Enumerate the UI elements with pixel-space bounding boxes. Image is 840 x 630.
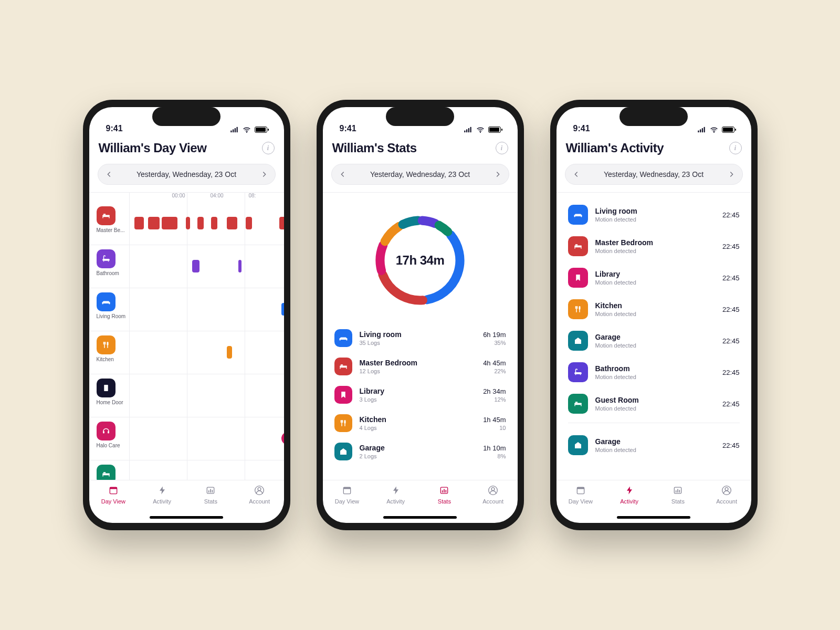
donut-center-value: 17h 34m bbox=[396, 253, 445, 268]
timeline-event[interactable] bbox=[279, 217, 284, 229]
home-indicator[interactable] bbox=[617, 516, 690, 519]
info-icon[interactable]: i bbox=[729, 142, 742, 154]
activity-event-type: Motion detected bbox=[595, 248, 715, 254]
timeline-event[interactable] bbox=[186, 217, 190, 229]
status-time: 9:41 bbox=[340, 124, 356, 133]
page-title: William's Day View bbox=[99, 141, 207, 155]
chevron-right-icon[interactable] bbox=[726, 169, 737, 180]
activity-room-name: Guest Room bbox=[595, 396, 715, 404]
bolt-icon bbox=[390, 485, 402, 496]
activity-event-type: Motion detected bbox=[595, 447, 715, 453]
timeline-event[interactable] bbox=[281, 432, 284, 445]
timeline-event[interactable] bbox=[246, 217, 252, 229]
stats-row[interactable]: Library3 Logs 2h 34m12% bbox=[334, 381, 506, 409]
chevron-right-icon[interactable] bbox=[258, 169, 270, 180]
tab-account[interactable]: Account bbox=[702, 485, 751, 523]
bolt-icon bbox=[156, 485, 168, 496]
activity-room-name: Garage bbox=[595, 333, 715, 341]
calendar-icon bbox=[575, 485, 586, 496]
status-time: 9:41 bbox=[106, 124, 123, 133]
time-tick: 08: bbox=[246, 193, 284, 201]
timeline-event[interactable] bbox=[238, 260, 242, 272]
activity-row[interactable]: LibraryMotion detected 22:45 bbox=[568, 262, 740, 293]
tab-account[interactable]: Account bbox=[469, 485, 518, 523]
stats-duration: 4h 45m bbox=[483, 359, 506, 367]
chart-icon bbox=[672, 485, 684, 496]
timeline-event[interactable] bbox=[227, 346, 232, 359]
date-selector[interactable]: Yesterday, Wednesday, 23 Oct bbox=[331, 164, 509, 185]
activity-time: 22:45 bbox=[722, 369, 740, 376]
bath-icon bbox=[568, 362, 588, 382]
stats-row[interactable]: Master Bedroom12 Logs 4h 45m22% bbox=[334, 352, 506, 381]
timeline-event[interactable] bbox=[227, 217, 237, 229]
timeline-row: Living Room bbox=[89, 288, 284, 331]
activity-room-name: Kitchen bbox=[595, 301, 715, 310]
chart-icon bbox=[438, 485, 450, 496]
stats-duration: 6h 19m bbox=[483, 331, 506, 339]
timeline-event[interactable] bbox=[281, 303, 284, 316]
chevron-left-icon[interactable] bbox=[337, 169, 349, 180]
chevron-left-icon[interactable] bbox=[103, 169, 115, 180]
activity-event-type: Motion detected bbox=[595, 216, 715, 223]
wifi-icon bbox=[242, 126, 251, 133]
battery-icon bbox=[488, 127, 501, 133]
sofa-icon bbox=[334, 329, 352, 347]
stats-percent: 12% bbox=[483, 396, 506, 403]
timeline-event[interactable] bbox=[134, 217, 144, 229]
stats-duration: 2h 34m bbox=[483, 387, 506, 395]
stats-percent: 10 bbox=[483, 425, 506, 431]
timeline-event[interactable] bbox=[197, 217, 204, 229]
wifi-icon bbox=[476, 126, 485, 133]
info-icon[interactable]: i bbox=[496, 142, 508, 154]
home-indicator[interactable] bbox=[150, 516, 223, 519]
activity-row[interactable]: BathroomMotion detected 22:45 bbox=[568, 356, 740, 388]
stats-duration: 1h 45m bbox=[483, 416, 506, 424]
stats-row[interactable]: Kitchen4 Logs 1h 45m10 bbox=[334, 409, 506, 437]
stats-room-name: Garage bbox=[360, 444, 476, 452]
room-label: Home Door bbox=[97, 400, 123, 405]
calendar-icon bbox=[108, 485, 119, 496]
activity-event-type: Motion detected bbox=[595, 405, 715, 412]
timeline-event[interactable] bbox=[162, 217, 177, 229]
activity-row[interactable]: GarageMotion detected 22:45 bbox=[568, 429, 740, 461]
tab-day-view[interactable]: Day View bbox=[556, 485, 605, 523]
timeline-event[interactable] bbox=[211, 217, 217, 229]
stats-percent: 35% bbox=[483, 340, 506, 346]
stats-room-name: Living room bbox=[360, 330, 476, 339]
phone-day-view: 9:41 William's Day View i Yesterday, Wed… bbox=[83, 100, 290, 530]
stats-row[interactable]: Living room35 Logs 6h 19m35% bbox=[334, 324, 506, 352]
tab-day-view[interactable]: Day View bbox=[89, 485, 138, 523]
activity-row[interactable]: KitchenMotion detected 22:45 bbox=[568, 293, 740, 325]
stats-room-name: Kitchen bbox=[360, 415, 476, 424]
chevron-left-icon[interactable] bbox=[571, 169, 582, 180]
room-label: Bathroom bbox=[97, 270, 119, 276]
bed-icon bbox=[97, 206, 116, 225]
time-tick: 04:00 bbox=[207, 193, 246, 201]
chart-icon bbox=[205, 485, 216, 496]
timeline[interactable]: Master Be... 00:0004:0008: Bathroom Livi… bbox=[89, 193, 284, 480]
activity-row[interactable]: Living roomMotion detected 22:45 bbox=[568, 199, 740, 230]
activity-row[interactable]: GarageMotion detected 22:45 bbox=[568, 325, 740, 356]
stats-list: Living room35 Logs 6h 19m35% Master Bedr… bbox=[323, 316, 518, 466]
date-selector[interactable]: Yesterday, Wednesday, 23 Oct bbox=[98, 164, 276, 185]
status-time: 9:41 bbox=[573, 124, 590, 133]
activity-list[interactable]: Living roomMotion detected 22:45 Master … bbox=[556, 193, 751, 480]
home-indicator[interactable] bbox=[383, 516, 457, 519]
signal-icon bbox=[463, 127, 472, 133]
tab-day-view[interactable]: Day View bbox=[323, 485, 372, 523]
activity-row[interactable]: Master BedroomMotion detected 22:45 bbox=[568, 230, 740, 262]
stats-row[interactable]: Garage2 Logs 1h 10m8% bbox=[334, 437, 506, 466]
timeline-event[interactable] bbox=[192, 260, 200, 272]
info-icon[interactable]: i bbox=[262, 142, 275, 154]
donut-segment bbox=[422, 220, 435, 224]
date-selector[interactable]: Yesterday, Wednesday, 23 Oct bbox=[565, 164, 743, 185]
tab-account[interactable]: Account bbox=[235, 485, 284, 523]
bookmark-icon bbox=[568, 268, 588, 288]
activity-room-name: Living room bbox=[595, 207, 715, 215]
signal-icon bbox=[697, 127, 706, 133]
signal-icon bbox=[229, 127, 239, 133]
chevron-right-icon[interactable] bbox=[492, 169, 503, 180]
timeline-event[interactable] bbox=[148, 217, 160, 229]
timeline-row: Master Be... 00:0004:0008: bbox=[89, 193, 284, 245]
activity-row[interactable]: Guest RoomMotion detected 22:45 bbox=[568, 388, 740, 419]
